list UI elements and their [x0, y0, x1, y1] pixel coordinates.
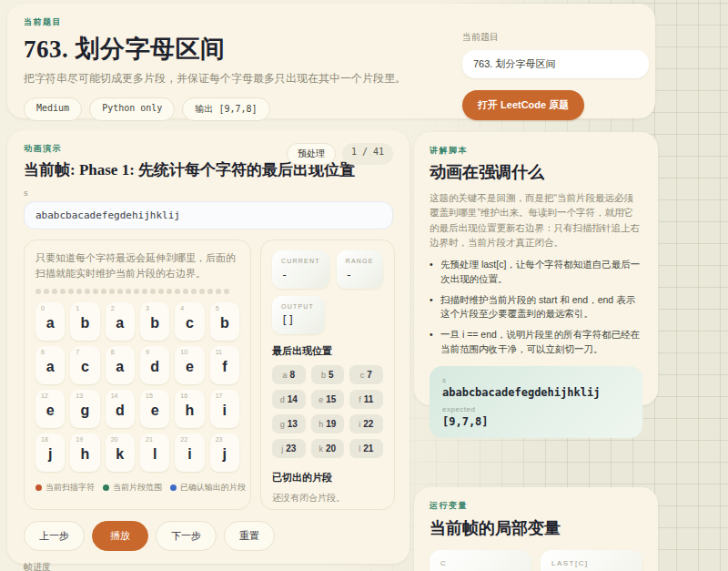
- prev-step-button[interactable]: 上一步: [24, 521, 85, 551]
- progress-dot: [199, 289, 205, 294]
- range-value: -: [346, 269, 374, 281]
- letter-char: h: [175, 403, 204, 419]
- progress-dot: [93, 289, 98, 294]
- last-occurrence-chip: k20: [311, 439, 345, 458]
- letter-index: 13: [76, 393, 83, 399]
- letter-char: j: [35, 446, 65, 463]
- letter-tile: 21 l: [140, 433, 169, 472]
- explanation-title: 动画在强调什么: [430, 161, 642, 183]
- letter-index: 11: [216, 349, 222, 355]
- explanation-bullet: 扫描时维护当前片段的 start 和 end，end 表示这个片段至少要覆盖到的…: [430, 293, 642, 322]
- progress-dot: [183, 289, 188, 294]
- letter-index: 23: [216, 436, 223, 443]
- progress-dot: [167, 289, 172, 294]
- frame-title-prefix: 当前帧: Phase 1:: [24, 161, 135, 178]
- progress-dot: [60, 289, 66, 294]
- string-input[interactable]: ababcbacadefegdehijhklij: [24, 201, 393, 229]
- header-section-label: 当前题目: [24, 16, 639, 28]
- letter-char: a: [106, 315, 135, 331]
- letter-index: 2: [111, 305, 115, 311]
- progress-dot: [117, 289, 123, 294]
- chip-letter: d: [280, 395, 285, 404]
- open-leetcode-button[interactable]: 打开 LeetCode 原题: [462, 90, 584, 120]
- last-occurrence-chip: e15: [311, 390, 345, 409]
- animation-card: 动画演示 预处理 1 / 41 当前帧: Phase 1: 先统计每个字符的最后…: [7, 130, 410, 564]
- legend-current-range: 当前片段范围: [103, 482, 162, 494]
- variables-title: 当前帧的局部变量: [430, 517, 642, 539]
- chip-position: 8: [289, 370, 295, 380]
- letter-index: 4: [180, 305, 184, 311]
- letter-tile: 14 d: [106, 390, 135, 428]
- chip-letter: k: [318, 444, 323, 454]
- letter-tile: 18 j: [35, 433, 65, 472]
- letter-tile: 19 h: [70, 433, 99, 472]
- current-box: CURRENT -: [272, 250, 329, 289]
- letter-tile: 12 e: [35, 390, 65, 428]
- progress-dot: [85, 289, 90, 294]
- last-occurrence-chip: l21: [349, 439, 383, 458]
- legend-label: 已确认输出的片段: [180, 482, 246, 494]
- last-occurrence-chip: f11: [349, 390, 383, 409]
- problem-header-card: 当前题目 763. 划分字母区间 把字符串尽可能切成更多片段，并保证每个字母最多…: [7, 4, 655, 118]
- chip-letter: e: [318, 395, 323, 404]
- letter-tile: 23 j: [210, 433, 239, 472]
- next-step-button[interactable]: 下一步: [156, 521, 217, 551]
- letter-char: d: [140, 359, 169, 375]
- letter-tile: 9 d: [140, 346, 169, 384]
- play-button[interactable]: 播放: [92, 521, 148, 551]
- last-occurrence-chip: d14: [272, 390, 306, 409]
- letter-index: 9: [146, 349, 149, 355]
- segments-empty-text: 还没有闭合片段。: [272, 492, 383, 505]
- chip-letter: a: [282, 371, 287, 380]
- explanation-bullet: 先预处理 last[c]，让每个字符都知道自己最后一次出现的位置。: [430, 258, 642, 287]
- letter-char: d: [106, 403, 135, 419]
- progress-dot: [150, 289, 156, 294]
- letter-tile: 3 b: [140, 302, 169, 341]
- chip-letter: h: [318, 420, 323, 429]
- range-label: RANGE: [346, 258, 374, 264]
- letter-tile: 8 a: [106, 346, 135, 384]
- chip-letter: l: [359, 444, 360, 454]
- chip-position: 22: [363, 419, 373, 429]
- letter-char: c: [70, 359, 99, 375]
- chip-letter: c: [360, 371, 365, 380]
- frame-progress-label: 帧进度: [24, 561, 393, 571]
- last-occurrence-chips: a8 b5 c7 d14 e15 f11 g13 h19 i22: [272, 365, 383, 458]
- legend-current-scan: 当前扫描字符: [35, 482, 95, 494]
- letter-index: 20: [111, 436, 118, 443]
- letter-tile: 16 h: [175, 390, 204, 428]
- chip-letter: g: [280, 420, 285, 429]
- chip-letter: i: [359, 420, 360, 429]
- explanation-bullet: 一旦 i == end，说明片段里的所有字符都已经在当前范围内收干净，可以立刻切…: [430, 328, 642, 357]
- letter-char: h: [70, 446, 99, 463]
- reset-button[interactable]: 重置: [224, 521, 275, 551]
- output-value: []: [281, 314, 316, 327]
- explanation-bullets: 先预处理 last[c]，让每个字符都知道自己最后一次出现的位置。扫描时维护当前…: [430, 258, 642, 357]
- variables-card: 运行变量 当前帧的局部变量 C LAST[C]: [414, 487, 658, 571]
- letter-index: 21: [146, 436, 153, 443]
- chip-position: 15: [326, 394, 336, 404]
- last-occurrence-chip: b5: [311, 365, 345, 384]
- letter-index: 17: [216, 393, 223, 399]
- current-value: -: [281, 269, 320, 281]
- problem-select[interactable]: 763. 划分字母区间: [462, 50, 649, 78]
- progress-dot: [216, 289, 221, 294]
- progress-dot: [35, 289, 41, 294]
- last-occurrence-heading: 最后出现位置: [272, 344, 383, 358]
- last-occurrence-chip: j23: [272, 439, 306, 458]
- letter-tile: 15 e: [140, 390, 169, 428]
- letter-tile: 20 k: [106, 433, 135, 472]
- progress-dot: [158, 289, 164, 294]
- letter-char: g: [70, 403, 99, 419]
- letter-tile: 1 b: [70, 302, 99, 341]
- progress-dot: [191, 289, 197, 294]
- range-dot-icon: [103, 484, 109, 491]
- letter-char: e: [140, 403, 169, 419]
- chip-letter: f: [359, 395, 361, 404]
- letter-index: 15: [146, 393, 153, 399]
- letter-char: b: [210, 315, 239, 331]
- letter-tile: 4 c: [175, 302, 204, 341]
- chip-position: 23: [286, 444, 296, 454]
- letter-index: 14: [111, 393, 118, 399]
- letter-char: l: [140, 446, 169, 463]
